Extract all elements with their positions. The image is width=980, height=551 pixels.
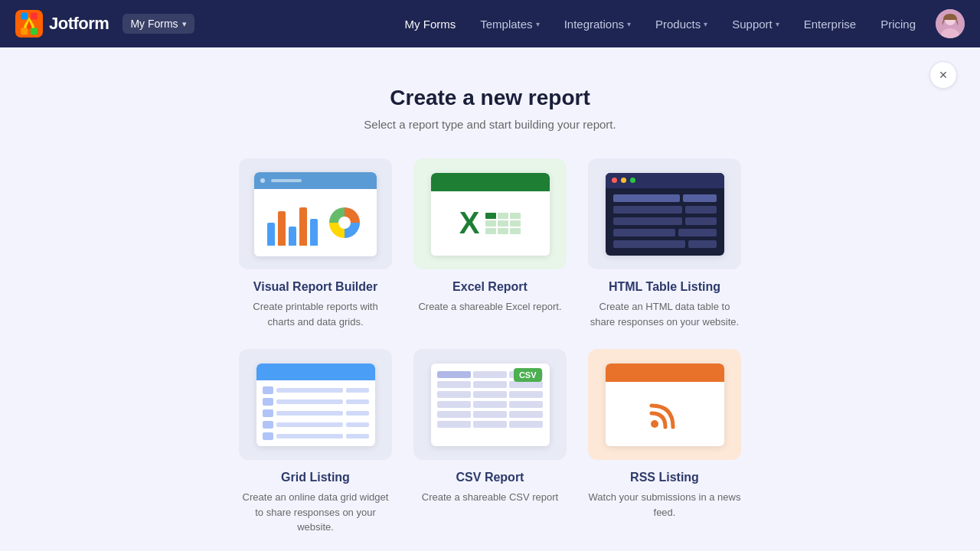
breadcrumb[interactable]: My Forms ▾ [122,14,194,34]
page-subtitle: Select a report type and start building … [364,118,616,131]
card-thumbnail-grid [239,349,392,460]
main-content: × Create a new report Select a report ty… [0,47,980,551]
logo-text: Jotform [49,14,109,34]
csv-badge: CSV [514,368,542,382]
card-thumbnail-excel: X [413,158,567,269]
report-card-visual[interactable]: Visual Report Builder Create printable r… [239,158,392,329]
svg-point-9 [338,217,351,229]
report-card-html[interactable]: HTML Table Listing Create an HTML data t… [588,158,741,329]
card-desc-csv: Create a shareable CSV report [422,490,558,505]
excel-topbar [431,173,550,191]
mini-bar-chart-icon [267,200,318,246]
nav-item-templates[interactable]: Templates ▾ [469,11,550,37]
excel-body: X [431,191,550,256]
user-avatar[interactable] [936,9,965,38]
card-desc-excel: Create a shareable Excel report. [418,299,561,315]
html-topbar [606,173,724,188]
products-chevron-icon: ▾ [704,20,707,28]
svg-point-11 [651,420,658,428]
nav-item-my-forms[interactable]: My Forms [394,11,467,37]
mini-pie-chart-icon [325,204,364,242]
html-table-body [606,188,724,254]
support-chevron-icon: ▾ [776,20,779,28]
card-title-visual: Visual Report Builder [253,280,377,294]
navbar: Jotform My Forms ▾ My Forms Templates ▾ … [0,0,980,47]
report-card-excel[interactable]: X [413,158,567,329]
close-button[interactable]: × [929,61,957,89]
nav-item-support[interactable]: Support ▾ [721,11,790,37]
card-title-excel: Excel Report [452,280,528,294]
card-desc-rss: Watch your submissions in a news feed. [588,490,741,520]
rss-icon [645,395,684,433]
nav-item-pricing[interactable]: Pricing [870,11,926,37]
card-desc-visual: Create printable reports with charts and… [239,299,392,329]
card-desc-html: Create an HTML data table to share respo… [588,299,741,329]
card-title-grid: Grid Listing [281,471,350,484]
card-thumbnail-html [588,158,741,269]
logo[interactable]: Jotform [15,10,109,37]
svg-rect-2 [31,13,38,20]
nav-center: My Forms Templates ▾ Integrations ▾ Prod… [394,11,926,37]
report-card-csv[interactable]: CSV CSV Report Create a shareable CSV re… [413,349,567,535]
report-types-grid: Visual Report Builder Create printable r… [239,158,741,535]
grid-topbar [256,364,375,380]
svg-rect-4 [31,28,38,34]
templates-chevron-icon: ▾ [536,20,540,28]
excel-x-icon: X [459,206,480,240]
report-card-grid[interactable]: Grid Listing Create an online data grid … [239,349,392,535]
card-thumbnail-visual [239,158,392,269]
rss-body [606,382,724,446]
card-desc-grid: Create an online data grid widget to sha… [239,490,392,535]
report-card-rss[interactable]: RSS Listing Watch your submissions in a … [588,349,741,535]
card-title-html: HTML Table Listing [609,280,720,294]
integrations-chevron-icon: ▾ [627,20,631,28]
card-thumbnail-csv: CSV [413,349,567,460]
svg-rect-1 [21,13,28,20]
breadcrumb-label: My Forms [130,18,178,30]
rss-topbar [606,364,724,382]
nav-item-products[interactable]: Products ▾ [645,11,718,37]
card-thumbnail-rss [588,349,741,460]
excel-grid-icon [485,213,521,234]
nav-item-integrations[interactable]: Integrations ▾ [554,11,642,37]
grid-listing-body [256,380,375,446]
card-title-rss: RSS Listing [630,471,699,484]
breadcrumb-chevron-icon: ▾ [182,19,187,29]
page-title: Create a new report [390,86,590,110]
nav-item-enterprise[interactable]: Enterprise [793,11,867,37]
card-title-csv: CSV Report [456,471,524,484]
svg-rect-3 [21,28,28,34]
